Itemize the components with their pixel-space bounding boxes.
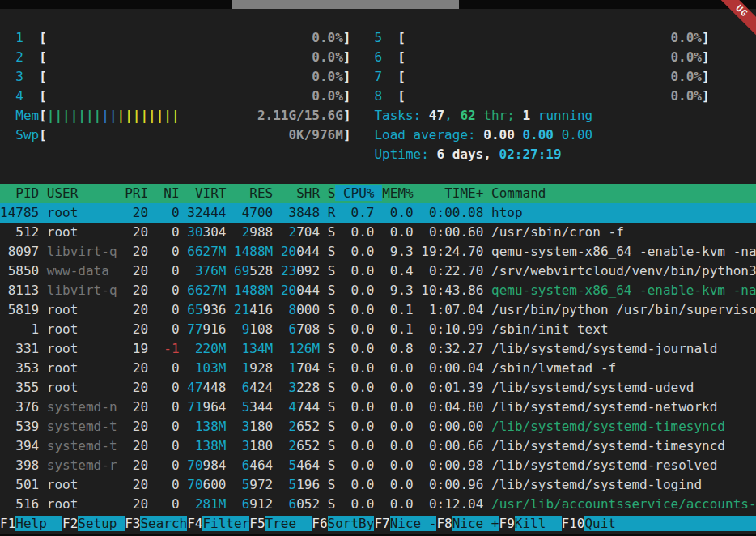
cpu6-meter-label: 6 bbox=[374, 49, 382, 65]
process-command: /sbin/init text bbox=[491, 321, 609, 337]
process-row-394[interactable]: 394 systemd-t 20 0 138M 3180 2652 S 0.0 … bbox=[0, 436, 756, 456]
cpu6-meter-value: 0.0% bbox=[670, 49, 702, 65]
column-header-ni[interactable]: NI bbox=[156, 185, 180, 201]
cpu-meter-row-3-7: 3 [ 0.0%] 7 [ 0.0%] bbox=[0, 67, 756, 87]
window-tab-handle bbox=[232, 0, 459, 9]
tasks-count: 47 bbox=[429, 108, 444, 123]
cpu2-meter-value: 0.0% bbox=[312, 49, 343, 65]
column-header-command[interactable]: Command bbox=[491, 185, 546, 201]
column-header-pid[interactable]: PID bbox=[0, 185, 39, 201]
fkey-f10-quit-button[interactable]: Quit bbox=[584, 516, 756, 531]
cpu7-meter-label: 7 bbox=[374, 69, 382, 84]
process-command: qemu-system-x86_64 -enable-kvm -na bbox=[491, 244, 756, 259]
column-header-res[interactable]: RES bbox=[234, 185, 273, 201]
fkey-f8-nice+-button[interactable]: Nice + bbox=[452, 516, 499, 531]
fkey-f5-tree-button[interactable]: Tree bbox=[265, 516, 312, 531]
process-row-355[interactable]: 355 root 20 0 47448 6424 3228 S 0.0 0.0 … bbox=[0, 378, 756, 398]
cpu8-meter-value: 0.0% bbox=[670, 88, 702, 104]
column-header-shr[interactable]: SHR bbox=[281, 185, 320, 201]
uptime-days: 6 days, bbox=[436, 147, 491, 162]
fkey-f9-kill-button[interactable]: Kill bbox=[515, 516, 562, 531]
fkey-f10-key[interactable]: F10 bbox=[562, 516, 585, 531]
fkey-f7-nice--button[interactable]: Nice - bbox=[390, 516, 437, 531]
tasks-running: 1 bbox=[522, 108, 530, 123]
process-row-8097[interactable]: 8097 libvirt-q 20 0 6627M 1488M 20044 S … bbox=[0, 242, 756, 262]
uptime-time: 02:27:19 bbox=[499, 147, 562, 162]
column-header-cpu-sort-active[interactable]: CPU% bbox=[335, 185, 382, 201]
process-command: /lib/systemd/systemd-timesyncd bbox=[491, 419, 725, 434]
swp-meter-label: Swp bbox=[15, 127, 39, 143]
process-row-539[interactable]: 539 systemd-t 20 0 138M 3180 2652 S 0.0 … bbox=[0, 417, 756, 436]
fkey-f3-search-button[interactable]: Search bbox=[140, 516, 187, 531]
process-command: /usr/sbin/cron -f bbox=[491, 224, 624, 240]
fkey-f3-key[interactable]: F3 bbox=[125, 516, 140, 531]
column-header-state[interactable]: S bbox=[328, 185, 336, 201]
process-command: /lib/systemd/systemd-networkd bbox=[491, 399, 717, 415]
process-command: /sbin/lvmetad -f bbox=[491, 360, 616, 376]
fkey-f1-help-button[interactable]: Help bbox=[15, 516, 62, 531]
terminal-grid: 1 [ 0.0%] 5 [ 0.0%] 2 [ 0.0%] 6 [ 0.0%] … bbox=[0, 9, 756, 534]
tasks-threads: 62 bbox=[460, 108, 475, 123]
column-header-user[interactable]: USER bbox=[47, 185, 117, 201]
cpu3-meter-value: 0.0% bbox=[312, 69, 343, 84]
process-row-353[interactable]: 353 root 20 0 103M 1928 1704 S 0.0 0.0 0… bbox=[0, 359, 756, 378]
process-command: htop bbox=[491, 205, 523, 220]
fkey-f6-sortby-button[interactable]: SortBy bbox=[328, 516, 375, 531]
column-header-virt[interactable]: VIRT bbox=[187, 185, 226, 201]
fkey-f7-key[interactable]: F7 bbox=[374, 516, 389, 531]
process-row-5819[interactable]: 5819 root 20 0 65936 21416 8000 S 0.0 0.… bbox=[0, 300, 756, 320]
load-average-label: Load average: bbox=[374, 127, 475, 143]
mem-meter-and-tasks-row: Mem[||||||||||||||||| 2.11G/15.6G] Tasks… bbox=[0, 106, 756, 125]
fkey-f4-filter-button[interactable]: Filter bbox=[202, 516, 249, 531]
function-key-bar: F1Help F2Setup F3SearchF4FilterF5Tree F6… bbox=[0, 514, 756, 534]
process-command: /lib/systemd/systemd-logind bbox=[491, 477, 702, 492]
mem-meter-label: Mem bbox=[15, 108, 39, 123]
process-row-398[interactable]: 398 systemd-r 20 0 70984 6464 5464 S 0.0… bbox=[0, 456, 756, 475]
cpu4-meter-label: 4 bbox=[15, 88, 23, 104]
fkey-f4-key[interactable]: F4 bbox=[187, 516, 202, 531]
process-row-8113[interactable]: 8113 libvirt-q 20 0 6627M 1488M 20044 S … bbox=[0, 281, 756, 300]
process-command: /lib/systemd/systemd-journald bbox=[491, 341, 717, 356]
cpu-meter-row-4-8: 4 [ 0.0%] 8 [ 0.0%] bbox=[0, 87, 756, 106]
process-row-376[interactable]: 376 systemd-n 20 0 71964 5344 4744 S 0.0… bbox=[0, 398, 756, 417]
process-row-331[interactable]: 331 root 19 -1 220M 134M 126M S 0.0 0.8 … bbox=[0, 339, 756, 359]
fkey-f6-key[interactable]: F6 bbox=[312, 516, 327, 531]
fkey-f1-key[interactable]: F1 bbox=[0, 516, 15, 531]
fkey-f8-key[interactable]: F8 bbox=[436, 516, 452, 531]
load-5min: 0.00 bbox=[522, 127, 554, 143]
cpu4-meter-value: 0.0% bbox=[312, 88, 343, 104]
cpu2-meter-label: 2 bbox=[15, 49, 23, 65]
process-table-header: PID USER PRI NI VIRT RES SHR S CPU% MEM%… bbox=[0, 184, 756, 203]
process-row-501[interactable]: 501 root 20 0 70600 5972 5196 S 0.0 0.0 … bbox=[0, 475, 756, 495]
fkey-f2-key[interactable]: F2 bbox=[62, 516, 78, 531]
mem-meter-value: 2.11G/15.6G bbox=[257, 108, 343, 123]
process-row-1[interactable]: 1 root 20 0 77916 9108 6708 S 0.0 0.1 0:… bbox=[0, 320, 756, 339]
column-header-mem[interactable]: MEM% bbox=[382, 185, 414, 201]
process-command: /srv/webvirtcloud/venv/bin/python3 bbox=[491, 263, 756, 279]
mem-bar-yellow: |||||||| bbox=[117, 108, 180, 123]
fkey-f9-key[interactable]: F9 bbox=[499, 516, 515, 531]
process-row-5850[interactable]: 5850 www-data 20 0 376M 69528 23092 S 0.… bbox=[0, 262, 756, 281]
blank-line bbox=[0, 9, 756, 28]
mem-bar-blue: || bbox=[101, 108, 117, 123]
process-row-512[interactable]: 512 root 20 0 30304 2988 2704 S 0.0 0.0 … bbox=[0, 223, 756, 242]
process-row-516[interactable]: 516 root 20 0 281M 6912 6052 S 0.0 0.0 0… bbox=[0, 495, 756, 514]
column-header-pri[interactable]: PRI bbox=[125, 185, 148, 201]
cpu-meter-row-2-6: 2 [ 0.0%] 6 [ 0.0%] bbox=[0, 48, 756, 67]
cpu8-meter-label: 8 bbox=[374, 88, 382, 104]
cpu-meter-row-1-5: 1 [ 0.0%] 5 [ 0.0%] bbox=[0, 28, 756, 48]
uptime-label: Uptime: bbox=[374, 147, 428, 162]
process-row-14785[interactable]: 14785 root 20 0 32444 4700 3848 R 0.7 0.… bbox=[0, 203, 756, 223]
swp-meter-value: 0K/976M bbox=[288, 127, 342, 143]
mem-bar-green: ||||||| bbox=[47, 108, 101, 123]
fkey-f2-setup-button[interactable]: Setup bbox=[78, 516, 125, 531]
process-command: /lib/systemd/systemd-timesyncd bbox=[491, 438, 725, 453]
process-command: /usr/lib/accountsservice/accounts- bbox=[491, 496, 756, 512]
load-15min: 0.00 bbox=[562, 127, 593, 143]
process-command: /lib/systemd/systemd-udevd bbox=[491, 380, 694, 395]
cpu3-meter-label: 3 bbox=[15, 69, 23, 84]
cpu7-meter-value: 0.0% bbox=[670, 69, 702, 84]
fkey-f5-key[interactable]: F5 bbox=[249, 516, 265, 531]
tasks-label: Tasks: bbox=[374, 108, 421, 123]
column-header-time[interactable]: TIME+ bbox=[421, 185, 483, 201]
